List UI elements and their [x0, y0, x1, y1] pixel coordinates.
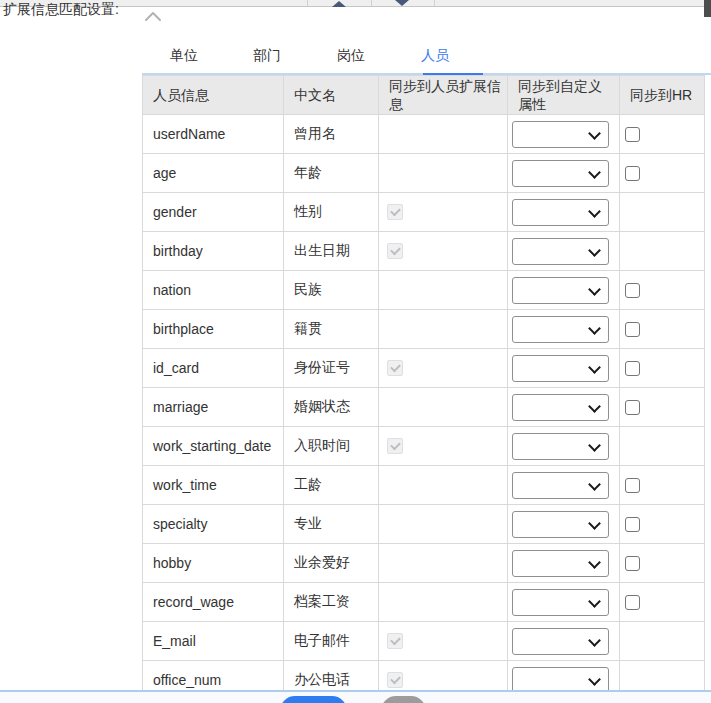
chinese-name-cell: 年龄 — [284, 154, 379, 193]
custom-attr-select[interactable] — [512, 667, 609, 691]
chevron-down-icon — [588, 595, 601, 608]
chevron-down-icon — [588, 400, 601, 413]
custom-attr-select[interactable] — [512, 511, 609, 538]
hr-sync-checkbox[interactable] — [625, 283, 640, 298]
hr-sync-checkbox[interactable] — [625, 517, 640, 532]
sync-custom-cell — [508, 505, 620, 544]
field-name-cell: office_num — [143, 661, 284, 691]
ext-sync-checkbox-checked-disabled — [387, 672, 403, 688]
sync-ext-cell — [379, 661, 508, 691]
chevron-down-icon — [588, 517, 601, 530]
custom-attr-select[interactable] — [512, 550, 609, 577]
chinese-name-cell: 曾用名 — [284, 115, 379, 154]
sync-hr-cell — [620, 622, 705, 661]
toolbar-divider — [371, 0, 372, 6]
custom-attr-select[interactable] — [512, 277, 609, 304]
hr-sync-checkbox[interactable] — [625, 595, 640, 610]
custom-attr-select[interactable] — [512, 199, 609, 226]
tab-item-1[interactable]: 部门 — [253, 47, 281, 65]
sync-custom-cell — [508, 232, 620, 271]
hr-sync-checkbox[interactable] — [625, 166, 640, 181]
field-name-cell: work_starting_date — [143, 427, 284, 466]
chinese-name-cell: 民族 — [284, 271, 379, 310]
sync-custom-cell — [508, 193, 620, 232]
col-header-chinese-name: 中文名 — [284, 76, 379, 115]
chevron-down-icon — [588, 478, 601, 491]
sync-hr-cell — [620, 115, 705, 154]
sync-ext-cell — [379, 583, 508, 622]
chevron-down-icon — [588, 439, 601, 452]
check-icon — [390, 362, 401, 373]
sync-ext-cell — [379, 154, 508, 193]
table-row: id_card身份证号 — [143, 349, 705, 388]
footer-band — [0, 692, 711, 703]
custom-attr-select[interactable] — [512, 160, 609, 187]
field-name-cell: record_wage — [143, 583, 284, 622]
ext-sync-checkbox-checked-disabled — [387, 633, 403, 649]
table-row: record_wage档案工资 — [143, 583, 705, 622]
custom-attr-select[interactable] — [512, 355, 609, 382]
custom-attr-select[interactable] — [512, 433, 609, 460]
chevron-down-icon — [588, 556, 601, 569]
hr-sync-checkbox[interactable] — [625, 127, 640, 142]
custom-attr-select[interactable] — [512, 589, 609, 616]
chevron-up-icon[interactable] — [144, 8, 162, 26]
chinese-name-cell: 业余爱好 — [284, 544, 379, 583]
chinese-name-cell: 性别 — [284, 193, 379, 232]
hr-sync-checkbox[interactable] — [625, 556, 640, 571]
triangle-down-icon[interactable] — [395, 0, 409, 6]
sync-hr-cell — [620, 193, 705, 232]
custom-attr-select[interactable] — [512, 394, 609, 421]
toolbar-divider — [434, 0, 435, 6]
chevron-down-icon — [588, 283, 601, 296]
chinese-name-cell: 档案工资 — [284, 583, 379, 622]
field-name-cell: marriage — [143, 388, 284, 427]
hr-sync-checkbox[interactable] — [625, 478, 640, 493]
sync-custom-cell — [508, 154, 620, 193]
check-icon — [390, 440, 401, 451]
table-row: work_starting_date入职时间 — [143, 427, 705, 466]
custom-attr-select[interactable] — [512, 628, 609, 655]
hr-sync-checkbox[interactable] — [625, 400, 640, 415]
field-name-cell: birthplace — [143, 310, 284, 349]
tab-item-0[interactable]: 单位 — [170, 47, 198, 65]
confirm-button[interactable] — [280, 696, 347, 703]
sync-custom-cell — [508, 349, 620, 388]
hr-sync-checkbox[interactable] — [625, 322, 640, 337]
triangle-up-icon[interactable] — [332, 1, 346, 7]
sync-ext-cell — [379, 232, 508, 271]
sync-ext-cell — [379, 349, 508, 388]
col-header-sync-hr: 同步到HR — [620, 76, 705, 115]
hr-sync-checkbox[interactable] — [625, 361, 640, 376]
col-header-sync-custom: 同步到自定义属性 — [508, 76, 620, 115]
tab-item-2[interactable]: 岗位 — [337, 47, 365, 65]
sync-custom-cell — [508, 115, 620, 154]
chevron-down-icon — [588, 166, 601, 179]
sync-ext-cell — [379, 115, 508, 154]
sync-hr-cell — [620, 232, 705, 271]
ext-sync-checkbox-checked-disabled — [387, 204, 403, 220]
custom-attr-select[interactable] — [512, 238, 609, 265]
sync-hr-cell — [620, 154, 705, 193]
sync-custom-cell — [508, 661, 620, 691]
table-row: nation民族 — [143, 271, 705, 310]
chevron-down-icon — [588, 205, 601, 218]
scrollbar-thumb[interactable] — [704, 0, 711, 17]
chinese-name-cell: 入职时间 — [284, 427, 379, 466]
table-row: marriage婚姻状态 — [143, 388, 705, 427]
check-icon — [390, 635, 401, 646]
toolbar-divider — [307, 0, 308, 6]
sync-custom-cell — [508, 427, 620, 466]
custom-attr-select[interactable] — [512, 316, 609, 343]
custom-attr-select[interactable] — [512, 121, 609, 148]
field-name-cell: birthday — [143, 232, 284, 271]
chinese-name-cell: 专业 — [284, 505, 379, 544]
table-row: age年龄 — [143, 154, 705, 193]
sync-hr-cell — [620, 466, 705, 505]
sync-custom-cell — [508, 271, 620, 310]
chinese-name-cell: 出生日期 — [284, 232, 379, 271]
field-name-cell: nation — [143, 271, 284, 310]
custom-attr-select[interactable] — [512, 472, 609, 499]
chinese-name-cell: 婚姻状态 — [284, 388, 379, 427]
tab-item-3[interactable]: 人员 — [421, 47, 449, 65]
